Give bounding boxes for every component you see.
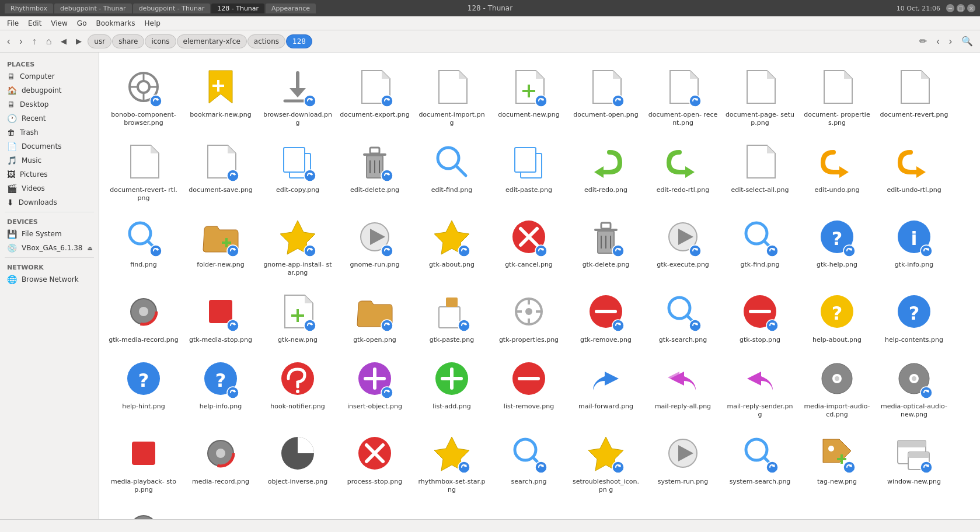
file-item-folder-new[interactable]: folder-new.png — [183, 209, 258, 282]
file-item-xfburn-burn-cd[interactable]: xfburn-burn-cd.png — [106, 501, 181, 519]
file-item-gtk-properties[interactable]: gtk-properties.png — [491, 285, 566, 349]
file-item-gtk-new[interactable]: gtk-new.png — [260, 285, 335, 349]
prev-tab-button[interactable]: ‹ — [933, 33, 943, 49]
file-item-gtk-media-record[interactable]: gtk-media-record.png — [106, 285, 181, 349]
file-item-help-contents[interactable]: ? help-contents.png — [877, 285, 951, 349]
titlebar-tab-rhythmbox[interactable]: Rhythmbox — [5, 4, 53, 13]
file-item-help-about[interactable]: ? help-about.png — [800, 285, 874, 349]
file-item-hook-notifier[interactable]: hook-notifier.png — [260, 351, 335, 424]
prev-location-button[interactable]: ◀ — [57, 34, 70, 48]
next-location-button[interactable]: ▶ — [72, 34, 85, 48]
file-item-gtk-about[interactable]: gtk-about.png — [414, 209, 489, 282]
file-item-search[interactable]: search.png — [491, 426, 566, 499]
edit-location-button[interactable]: ✏ — [916, 33, 930, 49]
file-item-gtk-remove[interactable]: gtk-remove.png — [569, 285, 643, 349]
file-item-document-export[interactable]: document-export.png — [337, 60, 412, 132]
back-button[interactable]: ‹ — [4, 34, 13, 49]
file-item-gtk-cancel[interactable]: gtk-cancel.png — [491, 209, 566, 282]
file-item-setroubleshoot-icon[interactable]: setroubleshoot_icon.pn g — [569, 426, 643, 499]
sidebar-item-documents[interactable]: 📄Documents — [0, 139, 99, 153]
breadcrumb-elementary-xfce[interactable]: elementary-xfce — [177, 34, 247, 48]
sidebar-item-computer[interactable]: 🖥Computer — [0, 69, 99, 83]
up-button[interactable]: ↑ — [29, 34, 40, 49]
file-item-gtk-stop[interactable]: gtk-stop.png — [723, 285, 797, 349]
file-item-media-optical-audio-new[interactable]: media-optical-audio- new.png — [877, 351, 951, 424]
file-item-document-save[interactable]: document-save.png — [183, 135, 258, 208]
menu-item-go[interactable]: Go — [72, 18, 92, 29]
file-item-media-record[interactable]: media-record.png — [183, 426, 258, 499]
menu-item-edit[interactable]: Edit — [23, 18, 46, 29]
breadcrumb-actions[interactable]: actions — [247, 34, 285, 48]
file-item-media-import-audio-cd[interactable]: media-import-audio- cd.png — [800, 351, 874, 424]
close-button[interactable]: × — [967, 4, 975, 12]
file-item-media-playback-stop[interactable]: media-playback- stop.png — [106, 426, 181, 499]
titlebar-tab-appearance[interactable]: Appearance — [266, 4, 316, 13]
forward-button[interactable]: › — [16, 34, 26, 49]
file-item-document-open[interactable]: document-open.png — [569, 60, 643, 132]
file-item-edit-delete[interactable]: edit-delete.png — [337, 135, 412, 208]
file-item-gnome-run[interactable]: gnome-run.png — [337, 209, 412, 282]
sidebar-item-filesystem[interactable]: 💾File System — [0, 227, 99, 241]
file-item-find[interactable]: find.png — [106, 209, 181, 282]
next-tab-button[interactable]: › — [946, 33, 955, 49]
file-item-object-inverse[interactable]: object-inverse.png — [260, 426, 335, 499]
file-item-gtk-media-stop[interactable]: gtk-media-stop.png — [183, 285, 258, 349]
file-item-bonobo-component-browser[interactable]: bonobo-component- browser.png — [106, 60, 181, 132]
titlebar-tab-debugpoint2[interactable]: debugpoint - Thunar — [133, 4, 211, 13]
search-button[interactable]: 🔍 — [958, 33, 976, 49]
file-item-edit-find[interactable]: edit-find.png — [414, 135, 489, 208]
file-item-gtk-help[interactable]: ? gtk-help.png — [800, 209, 874, 282]
menu-item-help[interactable]: Help — [140, 18, 165, 29]
file-item-gtk-delete[interactable]: gtk-delete.png — [569, 209, 643, 282]
breadcrumb-128[interactable]: 128 — [286, 34, 312, 48]
file-item-gtk-paste[interactable]: gtk-paste.png — [414, 285, 489, 349]
file-item-gtk-open[interactable]: gtk-open.png — [337, 285, 412, 349]
sidebar-item-downloads[interactable]: ⬇Downloads — [0, 195, 99, 209]
file-item-gtk-execute[interactable]: gtk-execute.png — [646, 209, 720, 282]
titlebar-tab-debugpoint1[interactable]: debugpoint - Thunar — [54, 4, 132, 13]
file-item-window-new[interactable]: window-new.png — [877, 426, 951, 499]
file-item-mail-forward[interactable]: mail-forward.png — [569, 351, 643, 424]
file-item-process-stop[interactable]: process-stop.png — [337, 426, 412, 499]
file-item-edit-redo[interactable]: edit-redo.png — [569, 135, 643, 208]
file-item-system-search[interactable]: system-search.png — [723, 426, 797, 499]
file-item-insert-object[interactable]: insert-object.png — [337, 351, 412, 424]
file-item-edit-undo-rtl[interactable]: edit-undo-rtl.png — [877, 135, 951, 208]
file-item-edit-undo[interactable]: edit-undo.png — [800, 135, 874, 208]
menu-item-file[interactable]: File — [2, 18, 23, 29]
file-item-bookmark-new[interactable]: bookmark-new.png — [183, 60, 258, 132]
file-item-document-properties[interactable]: document- properties.png — [800, 60, 874, 132]
file-item-browser-download[interactable]: browser-download.png — [260, 60, 335, 132]
file-item-gtk-info[interactable]: i gtk-info.png — [877, 209, 951, 282]
file-item-list-add[interactable]: list-add.png — [414, 351, 489, 424]
file-item-document-revert[interactable]: document-revert.png — [877, 60, 951, 132]
file-item-document-revert-rtl[interactable]: document-revert- rtl.png — [106, 135, 181, 208]
file-item-edit-redo-rtl[interactable]: edit-redo-rtl.png — [646, 135, 720, 208]
file-item-gtk-find[interactable]: gtk-find.png — [723, 209, 797, 282]
titlebar-tab-128-thunar[interactable]: 128 - Thunar — [211, 4, 264, 13]
sidebar-item-browse-network[interactable]: 🌐Browse Network — [0, 272, 99, 286]
sidebar-item-recent[interactable]: 🕐Recent — [0, 111, 99, 125]
eject-icon[interactable]: ⏏ — [87, 245, 92, 251]
file-item-gtk-search[interactable]: gtk-search.png — [646, 285, 720, 349]
file-item-rhythmbox-set-star[interactable]: rhythmbox-set-star.png — [414, 426, 489, 499]
file-item-document-page-setup[interactable]: document-page- setup.png — [723, 60, 797, 132]
menu-item-bookmarks[interactable]: Bookmarks — [91, 18, 139, 29]
file-item-list-remove[interactable]: list-remove.png — [491, 351, 566, 424]
file-item-edit-select-all[interactable]: edit-select-all.png — [723, 135, 797, 208]
menu-item-view[interactable]: View — [46, 18, 72, 29]
maximize-button[interactable]: □ — [957, 4, 965, 12]
file-item-gnome-app-install-star[interactable]: gnome-app-install- star.png — [260, 209, 335, 282]
file-item-help-hint[interactable]: ? help-hint.png — [106, 351, 181, 424]
file-item-document-import[interactable]: document-import.png — [414, 60, 489, 132]
file-item-edit-paste[interactable]: edit-paste.png — [491, 135, 566, 208]
file-item-tag-new[interactable]: tag-new.png — [800, 426, 874, 499]
file-item-mail-reply-sender[interactable]: mail-reply-sender.png — [723, 351, 797, 424]
minimize-button[interactable]: ─ — [946, 4, 954, 12]
sidebar-item-trash[interactable]: 🗑Trash — [0, 125, 99, 139]
sidebar-item-music[interactable]: 🎵Music — [0, 153, 99, 167]
sidebar-item-videos[interactable]: 🎬Videos — [0, 181, 99, 195]
sidebar-item-debugpoint[interactable]: 🏠debugpoint — [0, 83, 99, 97]
sidebar-item-desktop[interactable]: 🖥Desktop — [0, 97, 99, 111]
file-item-mail-reply-all[interactable]: mail-reply-all.png — [646, 351, 720, 424]
